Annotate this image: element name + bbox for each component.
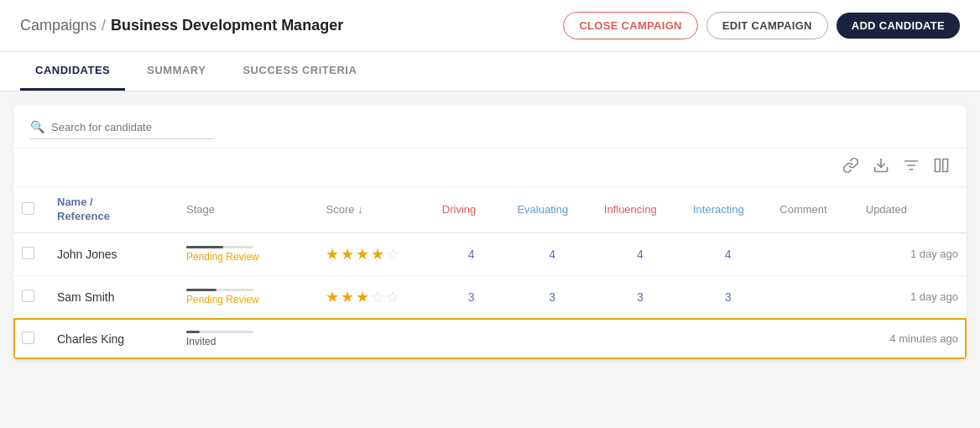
header-updated: Updated (858, 187, 967, 232)
add-candidate-button[interactable]: ADD CANDIDATE (837, 13, 960, 39)
star-icon: ★ (341, 288, 354, 306)
header-evaluating: Evaluating (508, 187, 595, 232)
header-checkbox-cell (13, 187, 44, 232)
header-actions: CLOSE CAMPAIGN EDIT CAMPAIGN ADD CANDIDA… (563, 12, 960, 39)
row-influencing: 3 (596, 275, 685, 318)
row-checkbox-cell (13, 232, 44, 275)
row-evaluating: 4 (508, 232, 595, 275)
row-stage: Pending Review (178, 232, 317, 275)
star-icon: ☆ (386, 288, 399, 306)
row-checkbox-cell (13, 275, 44, 318)
row-name[interactable]: Sam Smith (44, 275, 178, 318)
table-header-row: Name /Reference Stage Score ↓ Driving Ev… (13, 187, 967, 232)
row-updated: 4 minutes ago (858, 318, 967, 359)
table-toolbar (13, 149, 967, 187)
row-interacting: 4 (685, 232, 771, 275)
row-updated: 1 day ago (858, 232, 967, 275)
breadcrumb-current-page: Business Development Manager (111, 17, 343, 34)
table-row[interactable]: Charles KingInvited4 minutes ago (13, 318, 967, 359)
row-updated: 1 day ago (858, 275, 967, 318)
search-input[interactable] (51, 121, 202, 133)
row-influencing (596, 318, 685, 359)
row-score: ★★★★☆ (317, 232, 433, 275)
row-stage: Pending Review (178, 275, 317, 318)
tab-success-criteria[interactable]: SUCCESS CRITERIA (227, 52, 372, 91)
download-icon[interactable] (873, 157, 889, 178)
header-comment: Comment (771, 187, 857, 232)
filter-icon[interactable] (903, 157, 920, 178)
breadcrumb-separator: / (102, 17, 106, 34)
table-row[interactable]: John JonesPending Review★★★★☆44441 day a… (13, 232, 967, 275)
star-icon: ☆ (386, 245, 399, 264)
table-row[interactable]: Sam SmithPending Review★★★☆☆33331 day ag… (13, 275, 967, 318)
row-comment (771, 318, 857, 359)
header-score[interactable]: Score ↓ (317, 187, 433, 232)
candidates-table: Name /Reference Stage Score ↓ Driving Ev… (13, 187, 967, 360)
page-header: Campaigns / Business Development Manager… (0, 0, 980, 52)
row-name[interactable]: John Jones (44, 232, 178, 275)
search-area: 🔍 (13, 105, 967, 149)
star-icon: ★ (356, 288, 369, 306)
star-icon: ★ (356, 245, 369, 264)
row-driving (434, 318, 509, 359)
tabs-bar: CANDIDATES SUMMARY SUCCESS CRITERIA (0, 52, 980, 91)
row-checkbox[interactable] (22, 247, 34, 259)
edit-campaign-button[interactable]: EDIT CAMPAIGN (706, 12, 828, 39)
row-evaluating: 3 (508, 275, 595, 318)
star-icon: ★ (326, 288, 339, 306)
row-comment (771, 232, 857, 275)
row-evaluating (508, 318, 595, 359)
tab-candidates[interactable]: CANDIDATES (20, 52, 125, 91)
row-score (317, 318, 433, 359)
row-comment (771, 275, 857, 318)
row-interacting (685, 318, 771, 359)
tab-summary[interactable]: SUMMARY (132, 52, 221, 91)
select-all-checkbox[interactable] (22, 202, 34, 215)
star-icon: ★ (371, 245, 384, 264)
close-campaign-button[interactable]: CLOSE CAMPAIGN (563, 12, 697, 39)
columns-icon[interactable] (933, 157, 950, 178)
header-stage: Stage (178, 187, 317, 232)
header-driving: Driving (434, 187, 509, 232)
row-stage: Invited (178, 318, 317, 359)
row-interacting: 3 (685, 275, 771, 318)
row-checkbox-cell (13, 318, 44, 359)
search-icon: 🔍 (30, 120, 44, 133)
svg-rect-4 (936, 159, 941, 172)
row-name[interactable]: Charles King (44, 318, 178, 359)
row-score: ★★★☆☆ (317, 275, 433, 318)
star-icon: ☆ (371, 288, 384, 306)
row-influencing: 4 (596, 232, 685, 275)
star-icon: ★ (326, 245, 339, 264)
row-checkbox[interactable] (22, 290, 34, 302)
header-interacting: Interacting (685, 187, 771, 232)
link-icon[interactable] (842, 157, 859, 178)
svg-rect-5 (943, 159, 948, 172)
search-box[interactable]: 🔍 (30, 120, 215, 139)
row-checkbox[interactable] (22, 331, 34, 344)
header-influencing: Influencing (596, 187, 685, 232)
header-name: Name /Reference (44, 187, 178, 232)
star-icon: ★ (341, 245, 354, 264)
main-content: 🔍 Name /Reference Stag (13, 105, 967, 360)
row-driving: 3 (434, 275, 509, 318)
breadcrumb: Campaigns / Business Development Manager (20, 17, 343, 34)
row-driving: 4 (434, 232, 509, 275)
breadcrumb-campaigns[interactable]: Campaigns (20, 17, 96, 34)
